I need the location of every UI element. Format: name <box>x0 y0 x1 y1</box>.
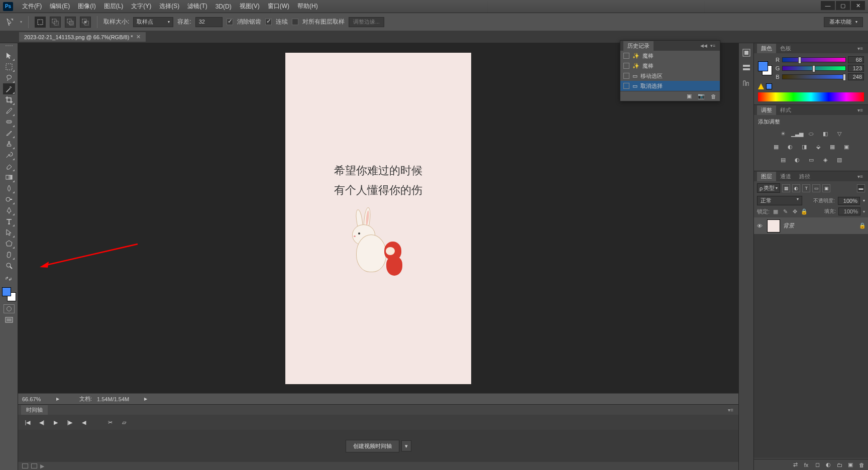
new-document-from-state-button[interactable]: ▣ <box>686 93 693 100</box>
menu-view[interactable]: 视图(V) <box>236 2 264 11</box>
shape-tool[interactable] <box>3 238 15 249</box>
dodge-tool[interactable] <box>3 194 15 205</box>
blend-mode-select[interactable]: 正常 ▾ <box>757 196 802 205</box>
layer-thumbnail[interactable] <box>767 219 780 232</box>
all-layers-checkbox[interactable] <box>292 19 298 25</box>
hand-tool[interactable] <box>3 249 15 260</box>
color-panel-swatches[interactable] <box>758 61 772 75</box>
collapse-icon[interactable]: ◀◀ <box>699 43 709 48</box>
pen-tool[interactable] <box>3 205 15 216</box>
document-tab[interactable]: 2023-02-21_141153.png @ 66.7%(RGB/8) * ✕ <box>19 32 146 42</box>
opacity-input[interactable]: 100% <box>838 197 860 205</box>
filter-type-icon[interactable]: T <box>802 184 810 192</box>
new-layer-button[interactable]: ▣ <box>847 461 854 468</box>
clone-stamp-tool[interactable] <box>3 139 15 150</box>
layer-item[interactable]: 👁 背景 🔒 <box>754 217 868 234</box>
history-item[interactable]: ✨魔棒 <box>620 51 720 61</box>
layer-style-button[interactable]: fx <box>803 461 810 468</box>
timeline-cut-button[interactable]: ✂ <box>105 418 115 427</box>
antialias-checkbox[interactable] <box>227 19 233 25</box>
move-tool[interactable] <box>3 50 15 61</box>
delete-layer-button[interactable]: 🗑 <box>858 461 865 468</box>
toolbox-grip[interactable] <box>2 45 17 49</box>
gradient-tool[interactable] <box>3 172 15 183</box>
timeline-tab[interactable]: 时间轴 <box>21 405 48 415</box>
filter-smart-icon[interactable]: ▣ <box>822 184 830 192</box>
curves-icon[interactable]: ⬭ <box>806 129 816 139</box>
lasso-tool[interactable] <box>3 72 15 83</box>
lock-position-icon[interactable]: ✥ <box>791 208 798 215</box>
sample-size-select[interactable]: 取样点▾ <box>133 17 173 27</box>
timeline-prev-frame-button[interactable]: ◀| <box>37 418 46 427</box>
bw-icon[interactable]: ◐ <box>785 142 795 152</box>
panel-menu-icon[interactable]: ▾≡ <box>726 407 735 413</box>
g-value[interactable]: 123 <box>848 65 864 72</box>
healing-brush-tool[interactable] <box>3 116 15 128</box>
color-tab[interactable]: 颜色 <box>757 44 776 53</box>
window-close-button[interactable]: ✕ <box>851 1 865 10</box>
blur-tool[interactable] <box>3 183 15 194</box>
visibility-icon[interactable]: 👁 <box>757 223 764 229</box>
swap-colors-icon[interactable] <box>3 273 15 284</box>
layer-mask-button[interactable]: ◻ <box>814 461 821 468</box>
posterize-icon[interactable]: ▤ <box>778 155 788 165</box>
new-snapshot-button[interactable]: 📷 <box>698 93 705 100</box>
layer-name[interactable]: 背景 <box>783 222 856 229</box>
panel-menu-icon[interactable]: ▾≡ <box>855 107 865 113</box>
eyedropper-tool[interactable] <box>3 105 15 116</box>
zoom-tool[interactable] <box>3 260 15 271</box>
window-minimize-button[interactable]: ― <box>821 1 835 10</box>
tolerance-input[interactable]: 32 <box>195 17 223 27</box>
menu-type[interactable]: 文字(Y) <box>127 2 155 11</box>
layer-filter-select[interactable]: ρ 类型 ▾ <box>757 183 780 193</box>
screen-mode-button[interactable] <box>4 315 15 324</box>
styles-tab[interactable]: 样式 <box>776 105 795 115</box>
tool-preset-icon[interactable] <box>5 17 16 28</box>
contiguous-checkbox[interactable] <box>265 19 272 25</box>
collapsed-panel-icon-3[interactable] <box>741 77 752 88</box>
color-spectrum[interactable] <box>758 92 864 101</box>
create-timeline-dropdown[interactable]: ▾ <box>401 440 411 451</box>
g-slider[interactable] <box>782 66 846 71</box>
lock-transparency-icon[interactable]: ▦ <box>772 208 779 215</box>
timeline-footer-icon-2[interactable] <box>31 463 37 468</box>
menu-3d[interactable]: 3D(D) <box>211 3 236 10</box>
timeline-first-frame-button[interactable]: |◀ <box>23 418 32 427</box>
lock-pixels-icon[interactable]: ✎ <box>782 208 789 215</box>
b-value[interactable]: 248 <box>848 73 864 80</box>
menu-image[interactable]: 图像(I) <box>74 2 99 11</box>
vibrance-icon[interactable]: ▽ <box>834 129 844 139</box>
filter-pixel-icon[interactable]: ▦ <box>782 184 790 192</box>
color-lookup-icon[interactable]: ▦ <box>827 142 837 152</box>
menu-help[interactable]: 帮助(H) <box>293 2 322 11</box>
timeline-play-button[interactable]: ▶ <box>51 418 60 427</box>
b-slider[interactable] <box>782 74 846 79</box>
collapsed-panel-icon-2[interactable] <box>741 62 752 73</box>
levels-icon[interactable]: ▁▃▅ <box>792 129 802 139</box>
exposure-icon[interactable]: ◧ <box>820 129 830 139</box>
filter-toggle[interactable]: ▬ <box>857 184 865 192</box>
quick-mask-button[interactable] <box>4 304 15 313</box>
channels-tab[interactable]: 通道 <box>776 172 795 181</box>
crop-tool[interactable] <box>3 94 15 105</box>
timeline-transition-button[interactable]: ▱ <box>120 418 129 427</box>
marquee-tool[interactable] <box>3 61 15 72</box>
gradient-map-icon[interactable]: ▭ <box>806 155 816 165</box>
delete-state-button[interactable]: 🗑 <box>710 93 717 100</box>
status-menu-icon[interactable]: ▶ <box>144 397 147 401</box>
r-slider[interactable] <box>782 57 846 62</box>
magic-wand-tool[interactable] <box>3 83 15 94</box>
selection-intersect-button[interactable] <box>80 17 91 28</box>
history-brush-tool[interactable] <box>3 150 15 161</box>
lock-all-icon[interactable]: 🔒 <box>801 208 808 215</box>
timeline-last-frame-button[interactable]: ◀ <box>79 418 88 427</box>
color-swatches[interactable] <box>2 287 16 301</box>
brightness-icon[interactable]: ☀ <box>778 129 788 139</box>
threshold-icon[interactable]: ◐ <box>792 155 802 165</box>
type-tool[interactable] <box>3 216 15 227</box>
history-item[interactable]: ✨魔棒 <box>620 61 720 71</box>
brush-tool[interactable] <box>3 128 15 139</box>
menu-window[interactable]: 窗口(W) <box>264 2 293 11</box>
panel-menu-icon[interactable]: ▾≡ <box>855 46 865 51</box>
window-maximize-button[interactable]: ▢ <box>836 1 850 10</box>
